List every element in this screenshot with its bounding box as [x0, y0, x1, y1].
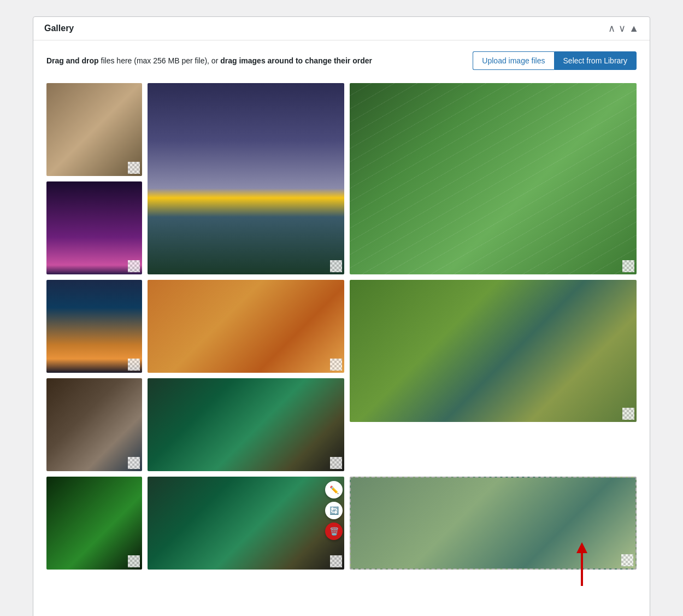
- checker-icon: [330, 457, 342, 469]
- instructions-part1: files here (max 256 MB per file), or: [101, 56, 221, 65]
- action-buttons: Upload image files Select from Library: [473, 51, 637, 70]
- collapse-down-icon[interactable]: ∨: [619, 24, 626, 33]
- upload-button[interactable]: Upload image files: [473, 51, 554, 70]
- image-palm-sunset[interactable]: [46, 280, 142, 373]
- gallery-outer: ✏️ 🔄 🗑️: [46, 83, 637, 602]
- leaf-overlay: [350, 83, 637, 274]
- swap-image-button[interactable]: 🔄: [325, 502, 343, 519]
- checker-icon: [330, 260, 342, 272]
- image-lightning[interactable]: [148, 83, 344, 274]
- image-dunes[interactable]: [148, 280, 344, 373]
- checker-icon: [330, 555, 342, 567]
- checker-icon: [622, 260, 634, 272]
- image-river[interactable]: [350, 280, 637, 422]
- checker-icon: [128, 457, 140, 469]
- checker-icon: [622, 408, 634, 420]
- image-aurora2[interactable]: [148, 477, 344, 570]
- image-lightning2[interactable]: [46, 378, 142, 471]
- bold-drag2: drag images around to change their order: [220, 56, 372, 65]
- gallery-panel: Gallery ∧ ∨ ▲ Drag and drop files here (…: [33, 16, 650, 616]
- image-purple-sunset[interactable]: [46, 181, 142, 274]
- checker-icon: [128, 162, 140, 174]
- arrow-section: [46, 570, 637, 602]
- checker-icon: [128, 359, 140, 371]
- svg-marker-1: [576, 542, 587, 553]
- image-action-overlay: ✏️ 🔄 🗑️: [325, 481, 343, 540]
- bold-drag: Drag and drop: [46, 56, 99, 65]
- image-aurora[interactable]: [148, 378, 344, 471]
- gallery-row-extra: ✏️ 🔄 🗑️: [46, 477, 637, 570]
- instructions-text: Drag and drop files here (max 256 MB per…: [46, 55, 372, 67]
- edit-image-button[interactable]: ✏️: [325, 481, 343, 498]
- delete-image-button[interactable]: 🗑️: [325, 523, 343, 540]
- collapse-up-icon[interactable]: ∧: [608, 24, 615, 33]
- image-forest[interactable]: [46, 477, 142, 570]
- checker-icon: [128, 555, 140, 567]
- top-bar: Drag and drop files here (max 256 MB per…: [46, 51, 637, 70]
- image-sand[interactable]: [46, 83, 142, 176]
- panel-controls: ∧ ∨ ▲: [608, 24, 639, 33]
- checker-icon: [621, 554, 633, 566]
- panel-title: Gallery: [44, 24, 74, 33]
- panel-body: Drag and drop files here (max 256 MB per…: [33, 40, 650, 613]
- image-leaf[interactable]: [350, 83, 637, 274]
- checker-icon: [128, 260, 140, 272]
- waterfall-container: ✏️ 🔄 🗑️: [350, 477, 637, 570]
- panel-header: Gallery ∧ ∨ ▲: [33, 17, 650, 40]
- library-button[interactable]: Select from Library: [554, 51, 637, 70]
- collapse-icon[interactable]: ▲: [629, 24, 639, 33]
- image-waterfall[interactable]: [350, 477, 637, 570]
- gallery-grid: [46, 83, 637, 471]
- checker-icon: [330, 359, 342, 371]
- red-arrow-icon: [549, 539, 593, 589]
